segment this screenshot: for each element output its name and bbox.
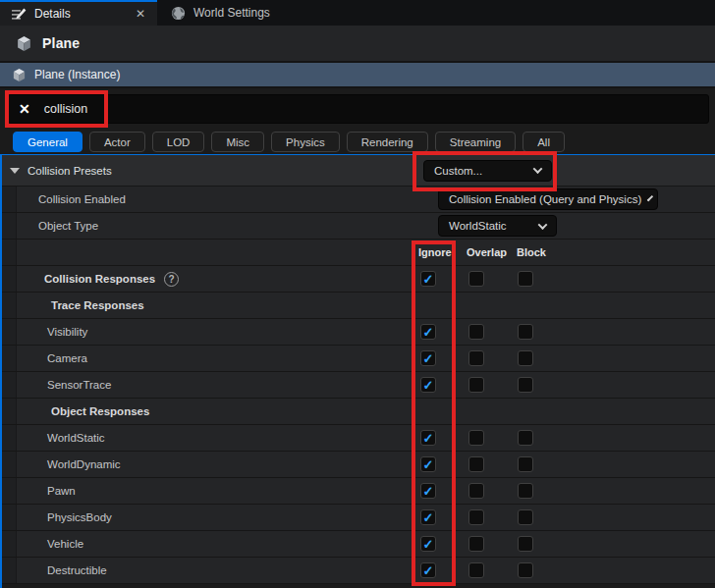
row-gutter — [2, 187, 17, 212]
block-checkbox[interactable] — [518, 350, 533, 366]
collision-enabled-dropdown[interactable]: Collision Enabled (Query and Physics) — [438, 188, 658, 210]
ignore-checkbox[interactable]: ✓ — [420, 483, 436, 499]
overlap-checkbox[interactable] — [468, 377, 484, 393]
column-header-overlap: Overlap — [467, 240, 507, 265]
property-label: PhysicsBody — [17, 511, 112, 523]
expander-arrow-icon[interactable] — [10, 168, 20, 174]
ignore-checkbox[interactable]: ✓ — [420, 271, 436, 287]
row-camera: Camera ✓ — [2, 346, 715, 372]
search-band: ✕ collision — [0, 88, 715, 130]
row-gutter — [2, 319, 17, 345]
row-gutter — [2, 505, 17, 530]
category-collision-presets[interactable]: Collision Presets Custom... — [2, 155, 715, 187]
page-title: Plane — [42, 35, 80, 51]
property-label: Collision Enabled — [17, 193, 126, 205]
filter-button-all[interactable]: All — [522, 132, 565, 152]
filter-button-streaming[interactable]: Streaming — [435, 132, 516, 152]
overlap-checkbox[interactable] — [468, 483, 484, 499]
tab-world-settings-label: World Settings — [193, 6, 270, 20]
row-gutter — [2, 531, 17, 557]
ignore-checkbox[interactable]: ✓ — [420, 536, 436, 552]
overlap-checkbox[interactable] — [468, 536, 484, 552]
tab-details[interactable]: Details ✕ — [0, 0, 157, 26]
search-input[interactable]: ✕ collision — [8, 94, 709, 124]
block-checkbox[interactable] — [518, 377, 533, 393]
row-collision-enabled: Collision Enabled Collision Enabled (Que… — [2, 187, 715, 213]
row-gutter — [2, 452, 17, 477]
details-icon — [12, 7, 27, 22]
row-sensortrace: SensorTrace ✓ — [2, 372, 715, 399]
overlap-checkbox[interactable] — [468, 456, 484, 472]
block-checkbox[interactable] — [518, 536, 533, 552]
subheader-label: Trace Responses — [17, 299, 144, 311]
row-vehicle: Vehicle ✓ — [2, 531, 715, 558]
ignore-checkbox[interactable]: ✓ — [420, 324, 436, 340]
filter-button-misc[interactable]: Misc — [211, 132, 264, 152]
row-worldstatic: WorldStatic ✓ — [2, 425, 715, 452]
ignore-checkbox[interactable]: ✓ — [420, 562, 436, 578]
block-checkbox[interactable] — [518, 456, 533, 472]
overlap-checkbox[interactable] — [468, 350, 484, 366]
block-checkbox[interactable] — [518, 509, 533, 525]
property-grid: Collision Presets Custom... Collision En… — [0, 154, 715, 588]
property-label: Object Type — [17, 220, 98, 232]
ignore-checkbox[interactable]: ✓ — [420, 350, 436, 366]
row-trace-responses: Trace Responses — [2, 293, 715, 319]
block-checkbox[interactable] — [518, 324, 533, 340]
selection-header: Plane — [0, 26, 715, 61]
row-gutter — [2, 399, 17, 424]
static-mesh-instance-icon — [12, 68, 27, 82]
filter-button-actor[interactable]: Actor — [89, 132, 145, 152]
property-label: Vehicle — [17, 538, 83, 550]
ignore-checkbox[interactable]: ✓ — [420, 509, 436, 525]
row-gutter — [2, 425, 17, 451]
ignore-checkbox[interactable]: ✓ — [420, 456, 436, 472]
row-gutter — [2, 346, 17, 371]
category-label: Collision Presets — [28, 165, 112, 177]
clear-search-icon[interactable]: ✕ — [19, 101, 30, 117]
row-gutter — [2, 478, 17, 504]
block-checkbox[interactable] — [518, 430, 533, 446]
collision-presets-value: Custom... — [434, 165, 482, 177]
block-checkbox[interactable] — [518, 483, 533, 499]
block-checkbox[interactable] — [518, 562, 533, 578]
filter-button-general[interactable]: General — [13, 132, 82, 152]
filter-button-lod[interactable]: LOD — [152, 132, 205, 152]
row-collision-responses: Collision Responses ? ✓ — [2, 266, 715, 293]
property-label: WorldDynamic — [17, 458, 121, 470]
chevron-down-icon — [647, 194, 653, 200]
row-gutter — [2, 558, 17, 583]
chevron-down-icon — [533, 164, 543, 174]
static-mesh-icon — [16, 35, 32, 52]
property-label: Collision Responses — [17, 273, 155, 285]
overlap-checkbox[interactable] — [468, 271, 484, 287]
ignore-checkbox[interactable]: ✓ — [420, 377, 436, 393]
tab-details-label: Details — [34, 7, 71, 21]
collision-presets-dropdown[interactable]: Custom... — [423, 160, 552, 182]
object-type-value: WorldStatic — [449, 220, 507, 232]
row-visibility: Visibility ✓ — [2, 319, 715, 346]
overlap-checkbox[interactable] — [468, 430, 484, 446]
property-label: SensorTrace — [17, 379, 111, 391]
close-tab-icon[interactable]: ✕ — [120, 7, 145, 21]
filter-button-physics[interactable]: Physics — [271, 132, 340, 152]
ignore-checkbox[interactable]: ✓ — [420, 430, 436, 446]
block-checkbox[interactable] — [518, 271, 533, 287]
instance-row[interactable]: Plane (Instance) — [0, 61, 715, 88]
overlap-checkbox[interactable] — [468, 562, 484, 578]
row-gutter — [2, 266, 17, 292]
overlap-checkbox[interactable] — [468, 509, 484, 525]
row-physicsbody: PhysicsBody ✓ — [2, 505, 715, 531]
property-label: Camera — [17, 352, 87, 364]
object-type-dropdown[interactable]: WorldStatic — [438, 215, 557, 237]
overlap-checkbox[interactable] — [468, 324, 484, 340]
filter-bar: General Actor LOD Misc Physics Rendering… — [0, 130, 715, 154]
chevron-down-icon — [538, 220, 548, 230]
filter-button-rendering[interactable]: Rendering — [347, 132, 428, 152]
tab-world-settings[interactable]: World Settings — [157, 0, 282, 26]
help-icon[interactable]: ? — [164, 272, 179, 287]
globe-icon — [171, 6, 186, 21]
row-object-type: Object Type WorldStatic — [2, 213, 715, 240]
search-text: collision — [44, 102, 87, 116]
row-gutter — [2, 213, 17, 239]
